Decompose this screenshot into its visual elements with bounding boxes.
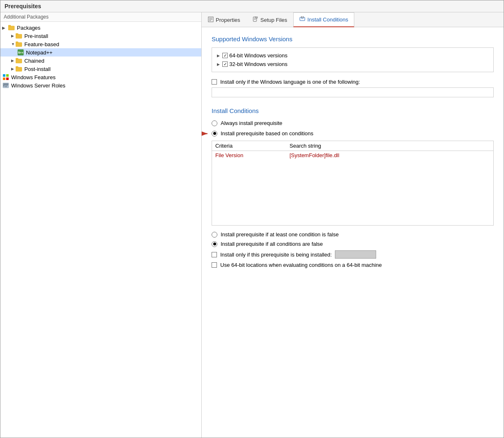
expand-arrow-feature: ▼ [11, 42, 15, 46]
col-search: Search string [290, 143, 490, 149]
language-input[interactable] [212, 87, 494, 97]
radio-based-on[interactable] [212, 131, 217, 137]
folder-icon-chained [15, 57, 23, 64]
radio-at-least-one-row: Install prerequisite if at least one con… [212, 231, 494, 238]
svg-rect-11 [16, 66, 18, 68]
folder-icon-post [15, 66, 23, 72]
language-condition-row: Install only if the Windows language is … [212, 79, 494, 85]
checkbox-32bit[interactable] [222, 61, 228, 67]
label-32bit: 32-bit Windows versions [229, 61, 287, 67]
label-always-install: Always install prerequisite [221, 120, 283, 126]
expand-tri-64: ▶ [217, 54, 220, 58]
bottom-options: Install prerequisite if at least one con… [212, 231, 494, 268]
svg-rect-9 [16, 58, 18, 59]
tree-item-packages[interactable]: ▶ Packages [0, 24, 201, 32]
tab-setup-files-label: Setup Files [260, 17, 287, 23]
tab-install-conditions[interactable]: Install Conditions [293, 12, 354, 27]
label-based-on: Install prerequisite based on conditions [221, 130, 313, 137]
install-conditions-title: Install Conditions [212, 107, 494, 114]
supported-windows-section: Supported Windows Versions ▶ 64-bit Wind… [212, 35, 494, 72]
install-if-input[interactable] [335, 250, 376, 259]
language-condition-section: Install only if the Windows language is … [212, 79, 494, 97]
search-value-0: [SystemFolder]file.dll [290, 152, 490, 158]
tree: ▶ Packages ▶ [0, 22, 201, 91]
windows-features-icon [2, 74, 9, 80]
svg-rect-34 [301, 16, 302, 18]
svg-rect-35 [303, 16, 304, 18]
tree-item-windows-server-roles[interactable]: Windows Server Roles [0, 81, 201, 89]
svg-rect-20 [5, 87, 7, 87]
left-panel: Additional Packages ▶ Packages [0, 12, 202, 438]
right-content: Supported Windows Versions ▶ 64-bit Wind… [202, 27, 504, 438]
folder-icon-pre [15, 33, 23, 39]
radio-always-install[interactable] [212, 120, 217, 126]
tree-item-notepadpp[interactable]: N++ Notepad++ [0, 48, 201, 57]
folder-icon-feature [15, 41, 23, 47]
col-criteria: Criteria [215, 143, 290, 149]
radio-based-on-row: Install prerequisite based on conditions [212, 130, 494, 137]
expand-icon: ▶ [2, 26, 8, 30]
version-item-64bit[interactable]: ▶ 64-bit Windows versions [215, 51, 490, 60]
criteria-row-0[interactable]: File Version [SystemFolder]file.dll [212, 151, 493, 160]
title-bar: Prerequisites [0, 0, 504, 12]
tree-item-windows-features[interactable]: Windows Features [0, 73, 201, 81]
expand-arrow-pre: ▶ [11, 34, 15, 38]
check-install-if-row: Install only if this prerequisite is bei… [212, 250, 494, 259]
svg-rect-3 [16, 33, 18, 35]
radio-all-false-row: Install prerequisite if all conditions a… [212, 241, 494, 247]
criteria-table-body: File Version [SystemFolder]file.dll [212, 151, 493, 225]
tree-item-pre-install[interactable]: ▶ Pre-install [0, 32, 201, 40]
main-window: Prerequisites Additional Packages ▶ Pack… [0, 0, 504, 438]
tree-label-windows-features: Windows Features [11, 74, 56, 80]
expand-tri-32: ▶ [217, 62, 220, 66]
tree-label-feature-based: Feature-based [24, 41, 59, 47]
criteria-value-0: File Version [215, 152, 290, 158]
svg-rect-5 [16, 42, 18, 43]
supported-windows-title: Supported Windows Versions [212, 35, 494, 42]
install-conditions-section: Install Conditions Always install prereq… [212, 107, 494, 268]
label-all-false: Install prerequisite if all conditions a… [221, 241, 323, 247]
right-panel: Properties Setup Files [202, 12, 504, 438]
tab-install-conditions-label: Install Conditions [307, 16, 348, 23]
checkbox-install-if[interactable] [212, 252, 217, 257]
left-panel-header: Additional Packages [0, 12, 201, 22]
tree-label-pre-install: Pre-install [24, 33, 48, 39]
window-title: Prerequisites [5, 3, 41, 9]
properties-tab-icon [208, 16, 214, 24]
label-64bit-eval: Use 64-bit locations when evaluating con… [220, 262, 382, 268]
svg-rect-1 [8, 25, 11, 26]
svg-rect-32 [300, 17, 305, 21]
criteria-table: Criteria Search string File Version [Sys… [212, 141, 494, 226]
tree-item-feature-based[interactable]: ▼ Feature-based [0, 40, 201, 48]
radio-all-false[interactable] [212, 241, 217, 247]
svg-text:N++: N++ [18, 51, 24, 54]
check-64bit-eval-row: Use 64-bit locations when evaluating con… [212, 262, 494, 268]
tab-properties-label: Properties [216, 17, 240, 23]
svg-point-18 [3, 85, 5, 87]
label-64bit: 64-bit Windows versions [229, 52, 287, 59]
svg-rect-0 [8, 26, 14, 30]
tree-item-post-install[interactable]: ▶ Post-install [0, 65, 201, 73]
server-roles-icon [2, 82, 9, 89]
tab-setup-files[interactable]: Setup Files [246, 12, 293, 27]
checkbox-language[interactable] [212, 79, 217, 85]
checkbox-64bit[interactable] [222, 53, 228, 58]
radio-always-install-row: Always install prerequisite [212, 120, 494, 126]
tree-label-packages: Packages [17, 25, 40, 31]
tree-item-chained[interactable]: ▶ Chained [0, 57, 201, 65]
radio-at-least-one[interactable] [212, 232, 217, 238]
version-item-32bit[interactable]: ▶ 32-bit Windows versions [215, 60, 490, 68]
label-install-if: Install only if this prerequisite is bei… [220, 252, 332, 258]
svg-rect-10 [16, 67, 22, 71]
svg-rect-19 [5, 85, 8, 86]
svg-rect-12 [3, 74, 5, 77]
tree-label-post-install: Post-install [24, 66, 51, 72]
checkbox-64bit-eval[interactable] [212, 262, 217, 268]
svg-rect-4 [16, 42, 22, 47]
tab-properties[interactable]: Properties [202, 12, 246, 27]
tree-label-notepadpp: Notepad++ [26, 49, 52, 56]
label-at-least-one: Install prerequisite if at least one con… [221, 231, 339, 238]
install-conditions-tab-icon [299, 16, 305, 23]
svg-rect-15 [6, 78, 9, 80]
setup-files-tab-icon [252, 16, 258, 24]
